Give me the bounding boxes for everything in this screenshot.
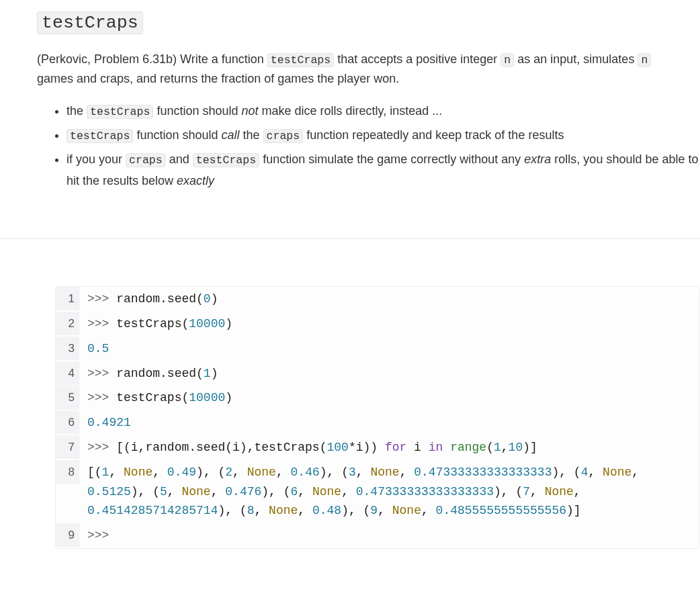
code-content: >>> testCraps(10000) — [79, 312, 699, 337]
line-number: 1 — [56, 287, 79, 310]
line-number: 2 — [56, 312, 79, 335]
code-token: testCraps( — [116, 317, 189, 331]
number-literal: 8 — [247, 504, 255, 517]
code-token: , — [421, 504, 436, 517]
code-content: >>> [(i,random.seed(i),testCraps(100*i))… — [79, 435, 699, 460]
intro-text: (Perkovic, Problem 6.31b) Write a functi… — [37, 52, 267, 66]
number-literal: 0.476 — [225, 485, 261, 498]
li-text: if you your — [67, 152, 126, 166]
number-literal: 6 — [291, 485, 298, 498]
inline-code-testcraps: testCraps — [193, 153, 259, 167]
output-value: 0.4921 — [87, 416, 131, 429]
code-token: random — [116, 292, 160, 306]
li-text: the — [239, 128, 263, 142]
number-literal: 4 — [581, 466, 588, 479]
code-token: ), ( — [494, 485, 523, 498]
li-emphasis: not — [242, 104, 259, 118]
repl-prompt: >>> — [87, 529, 109, 542]
li-text: function should — [153, 104, 241, 118]
code-token: , — [232, 466, 247, 479]
repl-prompt: >>> — [87, 367, 116, 380]
code-token: , — [341, 485, 356, 498]
number-literal: 1 — [494, 441, 501, 454]
inline-code-testcraps: testCraps — [87, 105, 153, 119]
code-content: >>> random.seed(0) — [79, 287, 699, 312]
number-literal: 9 — [370, 504, 378, 517]
code-line: 4 >>> random.seed(1) — [56, 361, 699, 386]
number-literal: 0.47333333333333333 — [414, 466, 552, 479]
code-token: [( — [87, 466, 102, 479]
code-token: .seed( — [160, 292, 204, 306]
code-token: , — [211, 485, 226, 498]
code-token: i — [406, 441, 428, 454]
builtin-range: range — [450, 441, 486, 454]
li-text: make dice rolls directly, instead ... — [259, 104, 443, 118]
inline-code-craps: craps — [263, 129, 304, 143]
code-line: 3 0.5 — [56, 337, 699, 361]
code-token: *i)) — [349, 441, 385, 454]
const-none: None — [392, 504, 421, 517]
code-token: , — [378, 504, 392, 517]
const-none: None — [370, 466, 399, 479]
code-token: )] — [523, 441, 537, 454]
repl-prompt: >>> — [87, 391, 116, 404]
code-token: ), ( — [552, 466, 580, 479]
line-number: 5 — [56, 386, 79, 409]
code-line: 6 0.4921 — [56, 410, 699, 435]
number-literal: 0.48 — [312, 504, 341, 517]
number-literal: 0 — [204, 292, 211, 306]
code-token: , — [501, 441, 509, 454]
const-none: None — [545, 485, 574, 498]
list-item: testCraps function should call the craps… — [67, 125, 700, 146]
code-example-block: 1 >>> random.seed(0) 2 >>> testCraps(100… — [55, 286, 700, 549]
intro-text: that accepts a positive integer — [334, 52, 500, 66]
const-none: None — [603, 466, 631, 479]
code-token: )] — [566, 504, 581, 517]
number-literal: 7 — [523, 485, 530, 498]
requirements-list: the testCraps function should not make d… — [37, 101, 700, 191]
code-token: , — [356, 466, 371, 479]
inline-code-craps: craps — [126, 153, 166, 167]
code-content: 0.4921 — [79, 410, 699, 435]
section-divider — [0, 238, 700, 239]
list-item: the testCraps function should not make d… — [67, 101, 700, 122]
code-token: , — [588, 466, 603, 479]
line-number: 6 — [56, 410, 79, 434]
number-literal: 10 — [509, 441, 523, 454]
code-token: ) — [211, 292, 218, 306]
repl-prompt: >>> — [87, 441, 116, 454]
const-none: None — [312, 485, 341, 498]
code-line: 5 >>> testCraps(10000) — [56, 386, 699, 410]
code-token: ), ( — [261, 485, 290, 498]
code-token: , — [109, 466, 124, 479]
li-emphasis: exactly — [177, 174, 214, 187]
list-item: if you your craps and testCraps function… — [67, 149, 700, 191]
number-literal: 1 — [102, 466, 110, 479]
intro-text: games and craps, and returns the fractio… — [37, 72, 399, 85]
code-token: , — [152, 466, 167, 479]
problem-title: testCraps — [37, 7, 700, 38]
li-text: function repeatedly and keep track of th… — [303, 128, 564, 142]
code-line: 8 [(1, None, 0.49), (2, None, 0.46), (3,… — [56, 460, 699, 523]
document-root: testCraps (Perkovic, Problem 6.31b) Writ… — [0, 0, 700, 616]
code-line: 2 >>> testCraps(10000) — [56, 312, 699, 337]
code-token: , — [631, 466, 646, 479]
number-literal: 0.4514285714285714 — [87, 504, 218, 517]
code-token: ( — [486, 441, 494, 454]
code-token: ) — [225, 317, 232, 331]
code-token: , — [574, 485, 588, 498]
line-number: 7 — [56, 435, 79, 459]
code-token: random — [116, 367, 160, 380]
number-literal: 2 — [225, 466, 232, 479]
number-literal: 0.49 — [167, 466, 196, 479]
const-none: None — [181, 485, 210, 498]
problem-statement: testCraps (Perkovic, Problem 6.31b) Writ… — [37, 7, 700, 191]
code-token: .seed( — [160, 367, 204, 380]
code-content: >>> testCraps(10000) — [79, 386, 699, 410]
code-token: , — [298, 504, 312, 517]
line-number: 3 — [56, 337, 79, 360]
code-token: ), ( — [320, 466, 349, 479]
number-literal: 1 — [204, 367, 211, 380]
intro-paragraph: (Perkovic, Problem 6.31b) Write a functi… — [37, 50, 682, 89]
repl-prompt: >>> — [87, 292, 116, 306]
